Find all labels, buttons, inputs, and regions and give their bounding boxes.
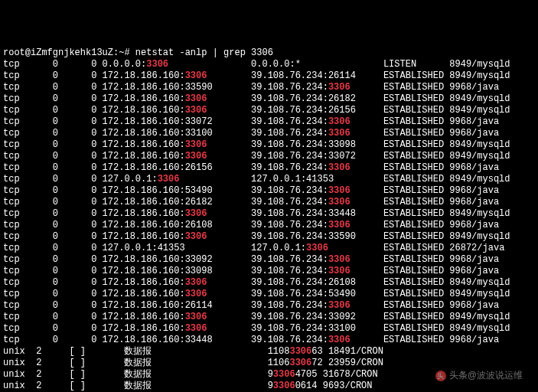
shell-prompt-line: root@iZmfgnjkehk13uZ:~# netstat -anlp | …	[3, 47, 535, 59]
netstat-row: tcp 0 0 172.18.186.160:3306 39.108.76.23…	[3, 277, 535, 289]
netstat-row: tcp 0 0 172.18.186.160:33092 39.108.76.2…	[3, 254, 535, 266]
netstat-row: tcp 0 0 172.18.186.160:3306 39.108.76.23…	[3, 208, 535, 220]
netstat-row: tcp 0 0 172.18.186.160:26182 39.108.76.2…	[3, 197, 535, 208]
netstat-row: tcp 0 0 172.18.186.160:3306 39.108.76.23…	[3, 231, 535, 243]
netstat-row: tcp 0 0 172.18.186.160:26114 39.108.76.2…	[3, 300, 535, 312]
netstat-row: tcp 0 0 172.18.186.160:3306 39.108.76.23…	[3, 105, 535, 116]
netstat-row: tcp 0 0 172.18.186.160:3306 39.108.76.23…	[3, 312, 535, 323]
terminal-output[interactable]: root@iZmfgnjkehk13uZ:~# netstat -anlp | …	[3, 47, 535, 392]
netstat-row: tcp 0 0 127.0.0.1:3306 127.0.0.1:41353 E…	[3, 174, 535, 185]
netstat-row: tcp 0 0 172.18.186.160:3306 39.108.76.23…	[3, 289, 535, 300]
netstat-row: tcp 0 0 172.18.186.160:53490 39.108.76.2…	[3, 185, 535, 197]
netstat-row: tcp 0 0 172.18.186.160:3306 39.108.76.23…	[3, 93, 535, 105]
netstat-unix-row: unix 2 [ ] 数据报 933064705 31678/CRON	[3, 369, 535, 381]
netstat-unix-row: unix 2 [ ] 数据报 1106330672 23959/CRON	[3, 358, 535, 369]
netstat-row: tcp 0 0 172.18.186.160:33448 39.108.76.2…	[3, 335, 535, 346]
netstat-row: tcp 0 0 172.18.186.160:3306 39.108.76.23…	[3, 151, 535, 162]
netstat-unix-row: unix 2 [ ] 数据报 1108330663 18491/CRON	[3, 346, 535, 358]
netstat-row: tcp 0 0 172.18.186.160:33098 39.108.76.2…	[3, 266, 535, 277]
netstat-row: tcp 0 0 172.18.186.160:26108 39.108.76.2…	[3, 220, 535, 231]
netstat-row: tcp 0 0 172.18.186.160:26156 39.108.76.2…	[3, 162, 535, 174]
netstat-row: tcp 0 0 172.18.186.160:33072 39.108.76.2…	[3, 116, 535, 128]
netstat-row: tcp 0 0 172.18.186.160:3306 39.108.76.23…	[3, 70, 535, 82]
netstat-row: tcp 0 0 172.18.186.160:3306 39.108.76.23…	[3, 323, 535, 335]
netstat-row: tcp 0 0 172.18.186.160:3306 39.108.76.23…	[3, 139, 535, 151]
netstat-row: tcp 0 0 172.18.186.160:33590 39.108.76.2…	[3, 82, 535, 93]
netstat-row: tcp 0 0 0.0.0.0:3306 0.0.0.0:* LISTEN 89…	[3, 59, 535, 70]
netstat-unix-row: unix 2 [ ] 数据报 933060614 9693/CRON	[3, 381, 535, 392]
netstat-row: tcp 0 0 127.0.0.1:41353 127.0.0.1:3306 E…	[3, 243, 535, 254]
netstat-row: tcp 0 0 172.18.186.160:33100 39.108.76.2…	[3, 128, 535, 139]
